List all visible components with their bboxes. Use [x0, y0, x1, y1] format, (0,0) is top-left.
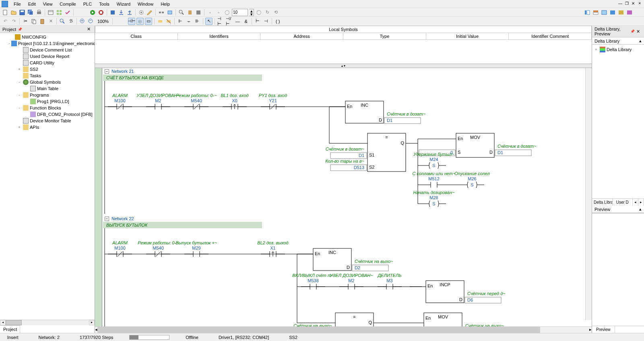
- menu-window[interactable]: Window: [134, 1, 157, 7]
- ladder-vscroll[interactable]: [585, 68, 592, 320]
- col-address[interactable]: Address: [260, 33, 343, 39]
- panel-close-icon[interactable]: ✕: [85, 27, 92, 32]
- lib-tab-next-icon[interactable]: ▸: [638, 199, 644, 206]
- mdi-close-button[interactable]: ✕: [637, 2, 642, 6]
- tab-preview[interactable]: Preview: [592, 326, 615, 333]
- undo-icon[interactable]: ↶: [2, 18, 9, 25]
- connect-icon[interactable]: [158, 9, 165, 16]
- tree-item[interactable]: Device Monitor Table: [1, 118, 94, 124]
- print-icon[interactable]: [35, 9, 43, 16]
- paste-icon[interactable]: [39, 18, 46, 25]
- network-comment[interactable]: СЧЁТ БУТЫЛОК НА ВХОДЕ: [103, 74, 262, 81]
- menu-wizard[interactable]: Wizard: [114, 1, 134, 7]
- ladder-hscroll[interactable]: ◂ ▸: [95, 327, 592, 333]
- panel-b-icon[interactable]: [592, 9, 599, 16]
- network-22-rung[interactable]: ALARM M100 Режим работы: 0-~ M540 Выпуск…: [104, 228, 547, 327]
- lib-expand-icon[interactable]: +: [594, 48, 599, 52]
- symbols-collapse[interactable]: ▴ ▾: [95, 64, 592, 68]
- expand-icon[interactable]: -: [9, 41, 10, 45]
- del-icon[interactable]: ✕: [47, 18, 54, 25]
- lib-close-icon[interactable]: ✕: [635, 29, 642, 34]
- tool-e-icon[interactable]: ⟲: [272, 9, 279, 16]
- network-collapse-icon[interactable]: −: [105, 69, 109, 74]
- restore-button[interactable]: ❐: [624, 2, 630, 6]
- goto-icon[interactable]: ℬ: [67, 18, 74, 25]
- expand-icon[interactable]: -: [17, 80, 22, 84]
- tree-item[interactable]: Used Device Report: [1, 53, 94, 60]
- step-spinner[interactable]: ▴▾: [249, 9, 254, 16]
- minimize-button[interactable]: —: [617, 2, 623, 6]
- refresh-icon[interactable]: ↻: [264, 9, 271, 16]
- network-label[interactable]: Network 21: [111, 69, 134, 74]
- menu-view[interactable]: View: [40, 1, 56, 7]
- menu-tools[interactable]: Tools: [96, 1, 113, 7]
- select-icon[interactable]: ↖: [205, 18, 213, 25]
- tree-item[interactable]: -Global Symbols: [1, 79, 94, 85]
- ld-merge-icon[interactable]: ⊣: [262, 18, 270, 25]
- col-class[interactable]: Class: [95, 33, 178, 39]
- ld-no-icon[interactable]: ⊣ ⊢: [217, 18, 224, 25]
- tree-item[interactable]: +APIs: [1, 124, 94, 130]
- symbols-body[interactable]: [95, 40, 592, 64]
- menu-plc[interactable]: PLC: [80, 1, 95, 7]
- lib-root-label[interactable]: Delta Library: [607, 47, 632, 52]
- lib-collapse-icon[interactable]: ▴: [639, 38, 642, 43]
- ld-contact-icon[interactable]: ⊣⊢: [128, 18, 135, 25]
- tree-item[interactable]: Device Comment List: [1, 47, 94, 53]
- col-comment[interactable]: Identifier Comment: [509, 33, 592, 39]
- scroll-left-icon[interactable]: ◂: [0, 320, 6, 325]
- lib-tab-prev-icon[interactable]: ◂: [633, 199, 638, 206]
- tree-item[interactable]: -Function Blocks: [1, 105, 94, 111]
- preview-collapse-icon[interactable]: ▴: [639, 207, 642, 212]
- device-icon[interactable]: [186, 9, 194, 16]
- panel-e-icon[interactable]: [617, 9, 625, 16]
- tab-user-d[interactable]: User D: [613, 199, 633, 206]
- col-initial[interactable]: Initial Value: [426, 33, 509, 39]
- tree-item[interactable]: -Programs: [1, 92, 94, 98]
- network-collapse-icon[interactable]: −: [105, 217, 109, 221]
- tool-a-icon[interactable]: ▫: [206, 9, 214, 16]
- ld-coil-icon[interactable]: ⟮⟯: [136, 18, 144, 25]
- project-icon[interactable]: [47, 9, 54, 16]
- tree-item[interactable]: CARD Utility: [1, 60, 94, 66]
- ld-a-icon[interactable]: ⊩: [177, 18, 184, 25]
- download-icon[interactable]: [118, 9, 125, 16]
- net-new-icon[interactable]: [157, 18, 164, 25]
- close-button[interactable]: ✕: [630, 2, 636, 6]
- find2-icon[interactable]: [59, 18, 66, 25]
- panel-d-icon[interactable]: [609, 9, 616, 16]
- tool-b-icon[interactable]: ▫: [215, 9, 222, 16]
- tree-item[interactable]: Main Table: [1, 85, 94, 92]
- new-icon[interactable]: [2, 9, 9, 16]
- ld-and-icon[interactable]: &: [242, 18, 250, 25]
- network-21-rung[interactable]: ALARM M100 УЗЕЛ ДОЗИРОВАН~ M2 Режим рабо…: [104, 81, 547, 214]
- panel-a-icon[interactable]: [584, 9, 591, 16]
- ld-nc-icon[interactable]: ⊣/⊢: [225, 18, 233, 25]
- open-icon[interactable]: [10, 9, 17, 16]
- simulate-icon[interactable]: [166, 9, 173, 16]
- grid-icon[interactable]: [56, 9, 63, 16]
- step-input[interactable]: [232, 9, 248, 16]
- expand-icon[interactable]: +: [17, 125, 22, 129]
- project-tree[interactable]: NWCONFIG-Project [\\10.12.1.1\Engineer_e…: [0, 33, 95, 320]
- expand-icon[interactable]: +: [17, 67, 22, 71]
- network-21[interactable]: − Network 21 СЧЁТ БУТЫЛОК НА ВХОДЕ ALARM…: [102, 68, 592, 214]
- compile-icon[interactable]: [109, 9, 116, 16]
- scroll-right-icon[interactable]: ▸: [89, 320, 95, 325]
- menu-file[interactable]: File: [10, 1, 24, 7]
- menu-compile[interactable]: Compile: [56, 1, 79, 7]
- tree-hscroll[interactable]: ◂ ▸: [0, 320, 95, 325]
- project-tab[interactable]: Project: [0, 325, 20, 333]
- expand-icon[interactable]: -: [17, 93, 22, 97]
- network-label[interactable]: Network 22: [111, 216, 134, 221]
- check-icon[interactable]: [64, 9, 71, 16]
- save-icon[interactable]: [19, 9, 26, 16]
- tab-delta-library[interactable]: Delta Library: [592, 199, 613, 206]
- redo-icon[interactable]: ↷: [10, 18, 17, 25]
- tree-item[interactable]: NWCONFIG: [1, 34, 94, 40]
- col-identifiers[interactable]: Identifiers: [178, 33, 261, 39]
- network-22[interactable]: − Network 22 ВЫПУСК БУТЫЛОК ALARM M100 Р…: [102, 215, 592, 327]
- ld-b-icon[interactable]: ⫟: [185, 18, 192, 25]
- tool-c-icon[interactable]: ◯: [223, 9, 231, 16]
- edit-icon[interactable]: [146, 9, 153, 16]
